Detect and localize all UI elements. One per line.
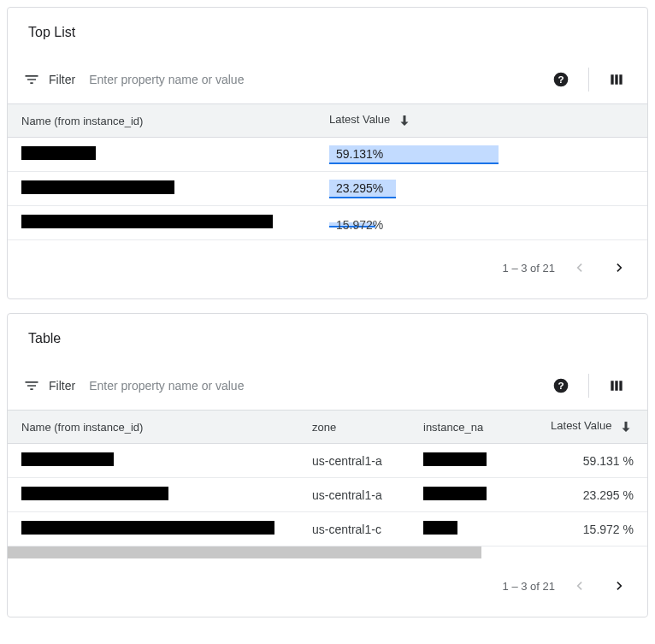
separator <box>588 374 589 398</box>
value-cell: 23.295% <box>316 172 647 206</box>
zone-cell: us-central1-a <box>298 444 410 478</box>
value-cell: 23.295 % <box>487 478 647 512</box>
instance-name-cell <box>410 444 487 478</box>
value-cell: 59.131% <box>316 138 647 172</box>
name-cell <box>8 512 298 547</box>
col-name[interactable]: Name (from instance_id) <box>8 104 316 138</box>
table-row: 23.295% <box>8 172 647 206</box>
table-card: Table Filter ? Name (from instance_id) z… <box>7 313 648 617</box>
help-icon[interactable]: ? <box>544 369 578 403</box>
top-list-card: Top List Filter ? Name (from instance_id… <box>7 7 648 299</box>
value-bar: 23.295% <box>329 180 396 198</box>
redacted-instance-name <box>423 487 487 500</box>
table-row: 59.131% <box>8 138 647 172</box>
svg-text:?: ? <box>558 74 564 85</box>
top-list-filter-row: Filter ? <box>8 56 647 103</box>
next-page-icon[interactable] <box>603 569 637 603</box>
redacted-instance-name <box>423 452 487 466</box>
prev-page-icon[interactable] <box>562 251 596 285</box>
col-instance-name[interactable]: instance_na <box>410 411 487 444</box>
name-cell <box>8 478 298 512</box>
arrow-down-icon <box>618 419 634 434</box>
col-latest-value-label: Latest Value <box>329 113 390 126</box>
table-pagination: 1 – 3 of 21 <box>8 558 647 617</box>
redacted-name <box>21 146 96 160</box>
pagination-text: 1 – 3 of 21 <box>503 262 555 275</box>
instance-name-cell <box>410 512 487 547</box>
columns-icon[interactable] <box>599 62 634 97</box>
top-list-title: Top List <box>8 8 647 56</box>
table-row: us-central1-c15.972 % <box>8 512 647 547</box>
value-cell: 15.972 % <box>487 512 647 547</box>
value-cell: 59.131 % <box>487 444 647 478</box>
value-text: 15.972% <box>336 218 383 232</box>
prev-page-icon[interactable] <box>562 569 596 603</box>
pagination-text: 1 – 3 of 21 <box>503 580 555 593</box>
table-row: 15.972% <box>8 206 647 240</box>
redacted-name <box>21 487 168 500</box>
svg-text:?: ? <box>558 380 564 391</box>
value-bar: 59.131% <box>329 145 499 164</box>
table-row: us-central1-a59.131 % <box>8 444 647 478</box>
redacted-name <box>21 180 174 194</box>
filter-label: Filter <box>49 73 75 86</box>
name-cell <box>8 444 298 478</box>
redacted-name <box>21 521 274 535</box>
name-cell <box>8 138 316 172</box>
col-latest-value-label: Latest Value <box>551 419 611 432</box>
top-list-table: Name (from instance_id) Latest Value 59.… <box>8 103 647 240</box>
name-cell <box>8 206 316 240</box>
col-zone[interactable]: zone <box>298 411 410 444</box>
help-icon[interactable]: ? <box>544 62 578 97</box>
value-cell: 15.972% <box>316 206 647 240</box>
col-latest-value[interactable]: Latest Value <box>487 411 647 444</box>
col-latest-value[interactable]: Latest Value <box>316 104 647 138</box>
filter-label: Filter <box>49 379 75 393</box>
table-row: us-central1-a23.295 % <box>8 478 647 512</box>
filter-icon <box>21 69 42 90</box>
scrollbar-thumb[interactable] <box>8 547 481 558</box>
next-page-icon[interactable] <box>603 251 637 285</box>
separator <box>588 68 589 92</box>
redacted-name <box>21 215 273 228</box>
horizontal-scrollbar[interactable] <box>8 547 647 558</box>
columns-icon[interactable] <box>599 369 634 403</box>
col-name[interactable]: Name (from instance_id) <box>8 411 298 444</box>
instance-name-cell <box>410 478 487 512</box>
arrow-down-icon <box>397 113 412 128</box>
redacted-name <box>21 452 114 466</box>
data-table: Name (from instance_id) zone instance_na… <box>8 410 647 547</box>
top-list-pagination: 1 – 3 of 21 <box>8 240 647 298</box>
table-filter-row: Filter ? <box>8 362 647 410</box>
filter-icon <box>21 375 42 396</box>
table-title: Table <box>8 314 647 362</box>
top-list-filter-input[interactable] <box>82 68 537 92</box>
zone-cell: us-central1-a <box>298 478 410 512</box>
zone-cell: us-central1-c <box>298 512 410 547</box>
redacted-instance-name <box>423 521 457 535</box>
name-cell <box>8 172 316 206</box>
table-filter-input[interactable] <box>82 374 537 398</box>
